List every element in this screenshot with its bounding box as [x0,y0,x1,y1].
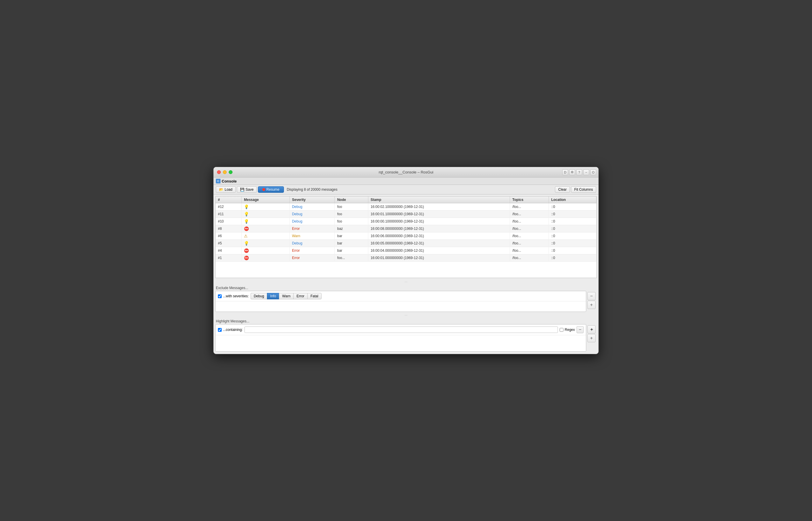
table-row[interactable]: #4 ⛔ Error bar 16:00:04.000000000 (1969-… [216,247,596,254]
col-topics: Topics [510,197,549,203]
cell-node: foo [335,210,368,218]
highlight-plus-icon: + [590,336,593,341]
cell-num: #5 [216,240,242,247]
table-row[interactable]: #5 💡 Debug bar 16:00:05.000000000 (1969-… [216,240,596,247]
cell-stamp: 16:00:08.000000000 (1969-12-31) [368,225,510,232]
cell-topics: /foo... [510,240,549,247]
sev-info-button[interactable]: Info [267,293,279,299]
close-button[interactable] [217,170,221,174]
cell-message: 💡 [242,240,290,247]
cell-stamp: 16:00:01.000000000 (1969-12-31) [368,254,510,262]
cell-num: #6 [216,232,242,240]
cell-topics: /foo... [510,203,549,210]
cell-severity: Warn [290,232,335,240]
help-icon[interactable]: ? [576,169,582,175]
sev-error-button[interactable]: Error [293,293,307,299]
error-icon: ⛔ [244,255,249,260]
cell-message: 💡 [242,218,290,225]
col-message: Message [242,197,290,203]
highlight-checkbox-label[interactable]: ...containing: [218,328,243,332]
divider-handle-2[interactable]: ⋯ [213,313,599,317]
fit-columns-button[interactable]: Fit Columns [571,186,596,193]
maximize-button[interactable] [229,170,232,174]
load-icon: 📂 [219,187,223,191]
docking-button[interactable]: D [562,169,568,175]
exclude-checkbox[interactable] [218,294,222,298]
exclude-minus-button[interactable]: − [587,292,595,300]
highlight-label-text: ...containing: [223,328,243,332]
save-button[interactable]: 💾 Save [237,186,257,193]
clear-button[interactable]: Clear [555,186,570,193]
cell-topics: /foo... [510,218,549,225]
highlight-section-label: Highlight Messages... [213,317,599,324]
exclude-filter-row: ...with severities: Debug Info Warn Erro… [216,291,586,301]
lightbulb-icon: 💡 [244,241,249,246]
display-count: Displaying 8 of 20000 messages [287,187,337,191]
table-row[interactable]: #12 💡 Debug foo 16:00:02.100000000 (1969… [216,203,596,210]
highlight-wrapper: ...containing: Regex − ✦ + [215,324,597,352]
table-row[interactable]: #10 💡 Debug foo 16:00:00.100000000 (1969… [216,218,596,225]
table-header-row: # Message Severity Node Stamp Topics Loc… [216,197,596,203]
cell-message: ⛔ [242,254,290,262]
sev-fatal-button[interactable]: Fatal [307,293,322,299]
highlight-input[interactable] [245,326,558,333]
cell-severity: Error [290,247,335,254]
highlight-minus-icon: − [579,327,581,332]
cell-stamp: 16:00:04.000000000 (1969-12-31) [368,247,510,254]
titlebar: rqt_console__Console – RosGui D ⚙ ? − O [213,167,599,178]
exclude-label-text: ...with severities: [223,294,249,298]
load-button[interactable]: 📂 Load [216,186,236,193]
cell-num: #8 [216,225,242,232]
highlight-side-buttons: ✦ + [586,324,597,352]
sev-debug-button[interactable]: Debug [251,293,267,299]
sev-warn-button[interactable]: Warn [279,293,293,299]
regex-checkbox[interactable] [560,328,563,332]
cell-topics: /foo... [510,232,549,240]
highlight-plus-button[interactable]: + [587,334,595,342]
panel-header: C Console [213,178,599,185]
toolbar: 📂 Load 💾 Save Resume Displaying 8 of 200… [213,185,599,195]
exclude-panel: ...with severities: Debug Info Warn Erro… [215,291,586,312]
highlight-extra-area [216,335,586,351]
plus-icon: + [590,302,593,308]
highlight-star-icon: ✦ [590,327,593,332]
exclude-checkbox-label[interactable]: ...with severities: [218,294,249,298]
close-panel-button[interactable]: − [583,169,589,175]
lightbulb-icon: 💡 [244,212,249,217]
minimize-button[interactable] [223,170,227,174]
divider-handle-1[interactable]: ⋯ [213,280,599,284]
undock-button[interactable]: O [590,169,596,175]
highlight-row: ...containing: Regex − [216,324,586,335]
cell-topics: /foo... [510,247,549,254]
cell-message: 💡 [242,203,290,210]
resume-dot-icon [262,188,265,191]
resume-button[interactable]: Resume [258,186,284,193]
messages-table-container[interactable]: # Message Severity Node Stamp Topics Loc… [215,196,597,278]
cell-topics: /foo... [510,225,549,232]
regex-label[interactable]: Regex [560,328,575,332]
table-row[interactable]: #1 ⛔ Error foo... 16:00:01.000000000 (19… [216,254,596,262]
col-severity: Severity [290,197,335,203]
error-icon: ⛔ [244,248,249,253]
error-icon: ⛔ [244,226,249,231]
table-row[interactable]: #11 💡 Debug foo 16:00:01.100000000 (1969… [216,210,596,218]
cell-stamp: 16:00:06.000000000 (1969-12-31) [368,232,510,240]
col-stamp: Stamp [368,197,510,203]
table-row[interactable]: #6 ⚠ Warn bar 16:00:06.000000000 (1969-1… [216,232,596,240]
cell-node: foo... [335,254,368,262]
minus-icon: − [590,294,593,299]
highlight-icon-button[interactable]: ✦ [587,325,595,334]
panel-title: Console [222,179,236,183]
cell-num: #1 [216,254,242,262]
highlight-minus-button[interactable]: − [577,326,584,333]
highlight-checkbox[interactable] [218,328,222,332]
cell-node: foo [335,218,368,225]
cell-num: #12 [216,203,242,210]
exclude-extra-area [216,301,586,312]
exclude-plus-button[interactable]: + [587,301,595,309]
settings-icon[interactable]: ⚙ [569,169,575,175]
cell-location: ::0 [549,210,596,218]
cell-node: bar [335,240,368,247]
table-row[interactable]: #8 ⛔ Error baz 16:00:08.000000000 (1969-… [216,225,596,232]
regex-label-text: Regex [565,328,575,332]
